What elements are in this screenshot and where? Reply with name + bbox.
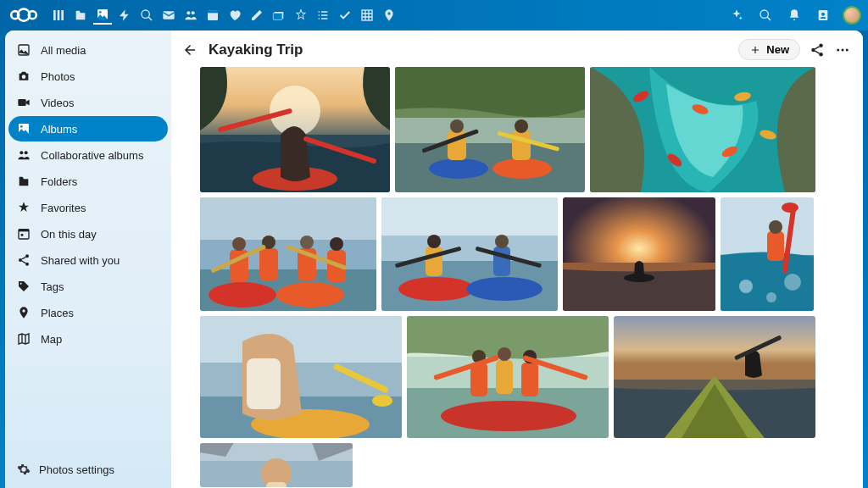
svg-rect-29: [19, 230, 29, 232]
svg-rect-3: [53, 10, 56, 20]
svg-rect-105: [200, 316, 402, 363]
svg-point-32: [19, 258, 22, 262]
svg-point-10: [186, 11, 190, 14]
check-app-icon[interactable]: [336, 6, 354, 25]
topbar-left: [7, 6, 727, 25]
notifications-icon[interactable]: [785, 6, 804, 25]
sidebar-item-on-this-day[interactable]: On this day: [8, 221, 168, 247]
calendar-app-icon[interactable]: [203, 6, 222, 25]
svg-rect-72: [259, 248, 278, 280]
svg-rect-87: [493, 247, 510, 276]
photos-app-icon[interactable]: [93, 6, 112, 25]
sidebar-item-shared[interactable]: Shared with you: [8, 247, 168, 273]
svg-point-51: [429, 158, 488, 179]
sidebar-item-places[interactable]: Places: [8, 300, 168, 325]
photo-tile[interactable]: [721, 197, 814, 311]
svg-point-85: [466, 277, 542, 301]
svg-rect-15: [273, 13, 282, 19]
user-avatar[interactable]: [843, 6, 861, 25]
svg-point-100: [769, 220, 782, 234]
sidebar-item-photos[interactable]: Photos: [8, 64, 168, 89]
sidebar-item-label: Tags: [41, 280, 64, 293]
contacts-menu-icon[interactable]: [814, 6, 832, 25]
sidebar-item-albums[interactable]: Albums: [8, 116, 168, 141]
svg-rect-30: [21, 234, 24, 236]
svg-rect-108: [247, 358, 281, 409]
photo-tile[interactable]: [200, 67, 390, 192]
svg-point-27: [25, 151, 28, 154]
photo-tile[interactable]: [590, 67, 815, 192]
sidebar-nav: All media Photos Videos Albums Collabora…: [8, 34, 168, 454]
photos-settings-button[interactable]: Photos settings: [8, 454, 168, 485]
share-icon[interactable]: [809, 42, 826, 58]
health-app-icon[interactable]: [225, 6, 244, 25]
sidebar: All media Photos Videos Albums Collabora…: [5, 30, 171, 488]
svg-point-55: [450, 119, 464, 133]
maps-app-icon[interactable]: [380, 6, 398, 25]
deck-app-icon[interactable]: [270, 6, 288, 25]
svg-point-69: [209, 282, 276, 308]
photo-tile[interactable]: [614, 316, 815, 438]
mail-app-icon[interactable]: [159, 6, 178, 25]
svg-point-22: [22, 75, 26, 79]
files-app-icon[interactable]: [71, 6, 90, 25]
photo-tile[interactable]: [200, 443, 353, 487]
svg-rect-16: [362, 10, 372, 20]
photo-tile[interactable]: [381, 197, 558, 311]
svg-rect-67: [200, 197, 376, 240]
photo-tile[interactable]: [395, 67, 585, 192]
svg-point-11: [192, 11, 195, 14]
svg-point-8: [142, 10, 149, 18]
svg-rect-117: [521, 363, 538, 396]
photo-tile[interactable]: [200, 197, 376, 311]
sidebar-item-folders[interactable]: Folders: [8, 169, 168, 194]
svg-point-40: [842, 48, 844, 51]
sidebar-item-videos[interactable]: Videos: [8, 90, 168, 115]
tasks-app-icon[interactable]: [314, 6, 332, 25]
svg-rect-82: [381, 197, 558, 236]
svg-point-101: [739, 280, 753, 293]
sidebar-item-label: Folders: [41, 175, 77, 188]
photo-tile[interactable]: [563, 197, 715, 311]
notes-app-icon[interactable]: [248, 6, 266, 25]
contacts-app-icon[interactable]: [181, 6, 200, 25]
svg-point-110: [372, 395, 392, 407]
svg-point-17: [387, 12, 390, 14]
svg-point-78: [330, 237, 343, 251]
svg-point-98: [782, 202, 798, 213]
unified-search-icon[interactable]: [756, 6, 775, 25]
dashboard-app-icon[interactable]: [49, 6, 68, 25]
sidebar-item-tags[interactable]: Tags: [8, 274, 168, 299]
sidebar-item-all-media[interactable]: All media: [8, 37, 168, 63]
new-button[interactable]: New: [738, 39, 800, 60]
nextcloud-logo[interactable]: [7, 7, 41, 24]
svg-point-77: [300, 236, 314, 249]
topbar-right: [727, 6, 861, 25]
activity-app-icon[interactable]: [115, 6, 134, 25]
svg-point-52: [492, 158, 552, 179]
main-header: Kayaking Trip New: [171, 30, 863, 67]
app-shell: All media Photos Videos Albums Collabora…: [5, 30, 863, 488]
svg-point-114: [441, 401, 576, 431]
sidebar-item-collab-albums[interactable]: Collaborative albums: [8, 142, 168, 168]
svg-point-33: [25, 263, 29, 266]
back-button[interactable]: [180, 40, 200, 60]
svg-point-18: [760, 10, 768, 18]
bookmarks-app-icon[interactable]: [292, 6, 310, 25]
sidebar-item-map[interactable]: Map: [8, 326, 168, 352]
sidebar-item-label: Collaborative albums: [41, 149, 143, 162]
photo-tile[interactable]: [407, 316, 609, 438]
svg-point-56: [515, 119, 528, 133]
page-title: Kayaking Trip: [209, 42, 730, 58]
svg-rect-5: [61, 10, 64, 20]
svg-point-37: [811, 47, 815, 52]
photo-gallery: [171, 67, 863, 488]
sidebar-item-label: Photos: [41, 70, 75, 83]
tables-app-icon[interactable]: [358, 6, 376, 25]
assistant-icon[interactable]: [727, 6, 746, 25]
more-icon[interactable]: [834, 42, 851, 58]
photo-tile[interactable]: [200, 316, 402, 438]
search-app-icon[interactable]: [137, 6, 156, 25]
svg-point-25: [20, 125, 23, 128]
sidebar-item-favorites[interactable]: Favorites: [8, 195, 168, 220]
